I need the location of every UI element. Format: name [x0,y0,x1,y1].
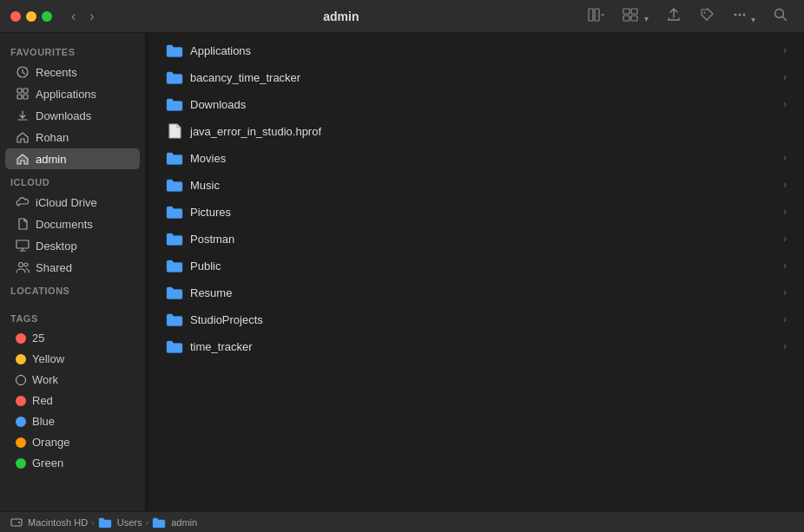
sidebar-item-documents[interactable]: Documents [5,213,140,234]
sidebar-item-tag-orange[interactable]: Orange [5,432,140,452]
share-button[interactable] [661,3,687,30]
file-item-pictures[interactable]: Pictures› [152,199,801,225]
folder-icon [166,176,183,194]
folder-icon [166,149,183,167]
svg-rect-4 [623,16,629,21]
svg-rect-1 [595,9,599,21]
svg-rect-5 [631,16,637,21]
admin-label: admin [171,517,197,528]
sidebar-item-tag-red[interactable]: Red [5,391,140,410]
chevron-right-icon: › [783,98,787,110]
sidebar-item-label: Downloads [36,109,91,122]
sidebar-item-recents[interactable]: Recents [5,62,140,82]
svg-point-8 [738,13,741,16]
sidebar-item-label: Shared [36,261,72,274]
house-filled-icon [16,152,30,166]
file-name: Movies [190,152,776,165]
titlebar: ‹ › admin ▾ [0,0,804,33]
file-name: Pictures [190,206,776,219]
sidebar-item-label: Orange [32,436,69,449]
sidebar-item-rohan[interactable]: Rohan [5,127,140,148]
svg-point-6 [703,11,705,13]
file-name: Postman [190,233,776,246]
folder-icon [166,95,183,113]
navigation-buttons: ‹ › [66,7,100,26]
file-icon [166,122,183,140]
folder-icon [166,42,183,59]
file-name: bacancy_time_tracker [190,71,776,84]
more-button[interactable]: ▾ [727,3,761,30]
sidebar-item-tag-blue[interactable]: Blue [5,411,140,431]
breadcrumb: Macintosh HD › Users › admin [10,516,197,528]
svg-rect-2 [623,9,629,14]
file-item-applications[interactable]: Applications› [152,37,801,63]
admin-folder-icon [152,516,168,528]
sidebar-item-tag-green[interactable]: Green [5,453,140,473]
desktop-icon [16,239,30,253]
sidebar-item-label: Rohan [36,131,69,144]
sidebar-item-admin[interactable]: admin [5,148,140,169]
file-item-public[interactable]: Public› [152,253,801,279]
house-icon [16,130,30,144]
file-item-resume[interactable]: Resume› [152,279,801,305]
sidebar-item-label: Work [32,373,58,386]
svg-rect-19 [11,519,22,526]
breadcrumb-sep-1: › [91,517,95,528]
file-item-time-tracker[interactable]: time_tracker› [152,333,801,359]
forward-button[interactable]: › [84,7,99,26]
svg-rect-12 [17,89,22,93]
window-title: admin [107,10,576,23]
file-name: Music [190,179,776,192]
sidebar-item-tag-25[interactable]: 25 [5,328,140,348]
sidebar-item-downloads[interactable]: Downloads [5,105,140,126]
grid-icon [16,87,30,101]
file-item-movies[interactable]: Movies› [152,145,801,171]
file-item-bacancy[interactable]: bacancy_time_tracker› [152,64,801,90]
sidebar-item-label: Green [32,456,63,470]
sidebar-item-tag-work[interactable]: Work [5,370,140,390]
chevron-right-icon: › [783,233,787,245]
chevron-right-icon: › [783,179,787,191]
svg-point-20 [18,522,20,523]
chevron-right-icon: › [783,313,787,325]
folder-icon [166,311,183,328]
favourites-header: Favourites [0,40,145,61]
search-button[interactable] [768,3,794,30]
svg-rect-3 [631,9,637,14]
sidebar-item-shared[interactable]: Shared [5,257,140,278]
arrow-down-icon [16,108,30,122]
file-name: Public [190,259,776,273]
cloud-icon [16,195,30,209]
tag-dot-red2 [16,396,26,406]
sidebar-item-label: Documents [36,218,93,231]
sidebar-item-label: Blue [32,415,55,428]
file-item-java-error[interactable]: java_error_in_studio.hprof [152,118,801,144]
file-item-postman[interactable]: Postman› [152,226,801,252]
person-2-icon [16,260,30,274]
close-button[interactable] [10,11,21,22]
back-button[interactable]: ‹ [66,7,81,26]
sidebar-item-applications[interactable]: Applications [5,83,140,104]
column-view-button[interactable] [583,4,610,29]
file-item-music[interactable]: Music› [152,172,801,198]
fullscreen-button[interactable] [42,11,52,22]
users-label: Users [117,517,142,528]
file-item-studioprojects[interactable]: StudioProjects› [152,306,801,332]
sidebar-item-label: Desktop [36,240,77,253]
tag-dot-outline [16,375,26,385]
minimize-button[interactable] [26,11,36,22]
tag-button[interactable] [694,3,720,30]
file-name: java_error_in_studio.hprof [190,125,787,138]
grid-view-button[interactable]: ▾ [617,4,653,29]
chevron-right-icon: › [783,71,787,83]
sidebar-item-label: iCloud Drive [36,196,97,209]
file-name: Applications [190,44,776,57]
users-folder-icon [98,516,114,528]
file-item-downloads[interactable]: Downloads› [152,91,801,117]
folder-icon [166,338,183,355]
sidebar-item-icloud-drive[interactable]: iCloud Drive [5,192,140,213]
svg-point-9 [742,13,745,16]
sidebar-item-tag-yellow[interactable]: Yellow [5,349,140,369]
svg-rect-16 [16,240,29,248]
sidebar-item-desktop[interactable]: Desktop [5,235,140,256]
